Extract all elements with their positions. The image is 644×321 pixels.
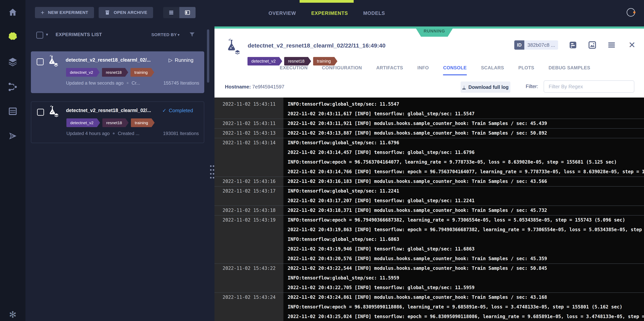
nav-tab-experiments[interactable]: EXPERIMENTS — [311, 11, 348, 16]
updated-text: Updated a few seconds ago — [66, 80, 124, 86]
home-icon — [8, 7, 18, 18]
log-line: 2022-11-02 20:43:22,544 [INFO] modulus.h… — [288, 263, 644, 273]
log-lines: INFO:tensorflow:global_step/sec: 11.5547… — [284, 99, 644, 119]
log-lines: INFO:tensorflow:global_step/sec: 11.6796… — [284, 138, 644, 177]
select-all-caret-icon[interactable]: ▾ — [46, 32, 48, 37]
tab-debug-samples[interactable]: DEBUG SAMPLES — [549, 65, 590, 75]
log-group: 2022-11-02 15:43:132022-11-02 20:43:13,8… — [214, 128, 644, 138]
log-lines: INFO:tensorflow:epoch = 96.7949036668738… — [284, 215, 644, 263]
sorted-by-caret-icon[interactable]: ▾ — [178, 33, 180, 37]
log-line: INFO:tensorflow:epoch = 96.7563704164077… — [288, 157, 644, 167]
experiment-title: detectnet_v2_resnet18_clearml_02/... — [66, 57, 151, 63]
experiment-tags: detectnet_v2resnet18training — [66, 118, 155, 127]
status-completed: ✓ Completed — [162, 108, 193, 114]
view-toggle-group — [163, 7, 196, 18]
tag-resnet18[interactable]: resnet18 — [284, 57, 311, 66]
log-timestamp: 2022-11-02 15:43:11 — [214, 119, 284, 128]
hostname: Hostname: 7e9f45941597 — [225, 84, 284, 90]
new-experiment-button[interactable]: + NEW EXPERIMENT — [35, 7, 94, 18]
list-scrollbar[interactable] — [207, 29, 209, 83]
log-timestamp: 2022-11-02 15:43:22 — [214, 263, 284, 292]
filter-label: Filter: — [526, 83, 538, 89]
log-line: 2022-11-02 20:43:22,705 [INFO] tensorflo… — [288, 283, 644, 292]
tag-detectnet_v2[interactable]: detectnet_v2 — [248, 57, 282, 66]
tag-resnet18[interactable]: resnet18 — [102, 118, 128, 127]
split-drag-handle[interactable] — [210, 165, 215, 183]
sidebar-item-workers[interactable] — [0, 129, 26, 143]
menu-icon[interactable] — [607, 41, 616, 50]
tag-training[interactable]: training — [313, 57, 338, 66]
active-tab-indicator — [300, 0, 354, 3]
table-view-toggle[interactable] — [163, 7, 179, 18]
detail-tabs: EXECUTIONCONFIGURATIONARTIFACTSINFOCONSO… — [280, 65, 590, 75]
details-panel-icon[interactable] — [568, 41, 578, 50]
experiment-checkbox[interactable] — [37, 58, 44, 65]
log-timestamp: 2022-11-02 15:43:11 — [214, 99, 284, 119]
log-lines: 2022-11-02 20:43:22,544 [INFO] modulus.h… — [284, 263, 644, 292]
status-bar — [214, 27, 644, 29]
console-toolbar: Hostname: 7e9f45941597 ↓ Download full l… — [214, 77, 644, 98]
profile-ring-icon[interactable] — [627, 8, 635, 17]
log-line: 2022-11-02 20:43:19,863 [INFO] tensorflo… — [288, 225, 644, 234]
tag-detectnet_v2[interactable]: detectnet_v2 — [66, 68, 100, 77]
sorted-by-button[interactable]: SORTED BY — [151, 32, 177, 37]
experiment-card-completed[interactable]: detectnet_v2_resnet18_clearml_02/... ✓ C… — [31, 101, 204, 143]
stack-badge-icon — [53, 63, 59, 67]
top-nav-tabs: OVERVIEWEXPERIMENTSMODELS — [214, 0, 644, 27]
tab-configuration[interactable]: CONFIGURATION — [322, 65, 362, 75]
id-value[interactable]: 382b07c8 ... — [524, 40, 558, 50]
tab-artifacts[interactable]: ARTIFACTS — [376, 65, 403, 75]
log-line: 2022-11-02 20:43:11,617 [INFO] tensorflo… — [288, 109, 644, 119]
sidebar-item-home[interactable] — [0, 5, 26, 20]
close-icon[interactable]: ✕ — [628, 41, 636, 49]
log-timestamp: 2022-11-02 15:43:18 — [214, 205, 284, 215]
sidebar-item-projects[interactable] — [0, 29, 26, 44]
stack-badge-icon — [234, 50, 241, 55]
experiment-card-running[interactable]: detectnet_v2_resnet18_clearml_02/... ▷ R… — [31, 51, 204, 93]
console-log[interactable]: 2022-11-02 15:43:11INFO:tensorflow:globa… — [214, 98, 644, 321]
log-line: 2022-11-02 20:43:16,183 [INFO] modulus.h… — [288, 177, 644, 186]
settings-flower-icon[interactable]: ✻ — [0, 309, 26, 320]
sidebar-item-datasets[interactable] — [0, 55, 26, 69]
select-all-checkbox[interactable] — [36, 32, 43, 39]
experiment-title: detectnet_v2_resnet18_clearml_02/... — [66, 108, 151, 113]
tab-scalars[interactable]: SCALARS — [481, 65, 504, 75]
header-actions: ID 382b07c8 ... — [514, 40, 636, 50]
log-lines: 2022-11-02 20:43:13,887 [INFO] modulus.h… — [284, 128, 644, 138]
status-running: ▷ Running — [168, 57, 194, 63]
sidebar-item-queues[interactable] — [0, 104, 26, 119]
tab-info[interactable]: INFO — [417, 65, 429, 75]
preview-image-icon[interactable] — [588, 41, 597, 50]
tag-resnet18[interactable]: resnet18 — [102, 68, 128, 77]
tab-plots[interactable]: PLOTS — [518, 65, 534, 75]
open-archive-button[interactable]: OPEN ARCHIVE — [99, 7, 153, 18]
log-line: INFO:tensorflow:global_step/sec: 11.5547 — [288, 99, 644, 109]
tab-execution[interactable]: EXECUTION — [280, 65, 308, 75]
hostname-label: Hostname: — [225, 84, 251, 90]
log-line: 2022-11-02 20:43:19,946 [INFO] tensorflo… — [288, 244, 644, 254]
filter-funnel-icon[interactable] — [189, 31, 195, 39]
nav-tab-overview[interactable]: OVERVIEW — [268, 11, 296, 16]
iterations-count: 193081 Iterations — [163, 131, 199, 136]
log-group: 2022-11-02 15:43:17INFO:tensorflow:globa… — [214, 186, 644, 205]
stack-badge-icon — [54, 113, 59, 117]
split-view-toggle[interactable] — [179, 7, 196, 18]
experiments-list-title: EXPERIMENTS LIST — [56, 32, 102, 37]
nav-tab-models[interactable]: MODELS — [363, 11, 385, 16]
filter-regex-input[interactable] — [544, 80, 634, 93]
tag-detectnet_v2[interactable]: detectnet_v2 — [66, 118, 100, 127]
tab-console[interactable]: CONSOLE — [443, 65, 466, 75]
experiment-tags: detectnet_v2resnet18training — [66, 68, 154, 77]
experiment-checkbox[interactable] — [37, 109, 44, 116]
tag-training[interactable]: training — [130, 68, 154, 77]
tag-training[interactable]: training — [131, 118, 155, 127]
experiments-list-panel: + NEW EXPERIMENT OPEN ARCHIVE — [26, 0, 214, 321]
log-group: 2022-11-02 15:43:19INFO:tensorflow:epoch… — [214, 215, 644, 263]
plus-icon: + — [41, 10, 44, 16]
download-full-log-button[interactable]: ↓ Download full log — [460, 82, 510, 93]
created-text: Created ... — [118, 131, 140, 136]
log-timestamp: 2022-11-02 15:43:19 — [214, 215, 284, 263]
log-line: INFO:tensorflow:epoch = 96.7949036668738… — [288, 215, 644, 225]
sidebar-item-pipelines[interactable] — [0, 80, 26, 94]
log-timestamp: 2022-11-02 15:43:13 — [214, 128, 284, 138]
